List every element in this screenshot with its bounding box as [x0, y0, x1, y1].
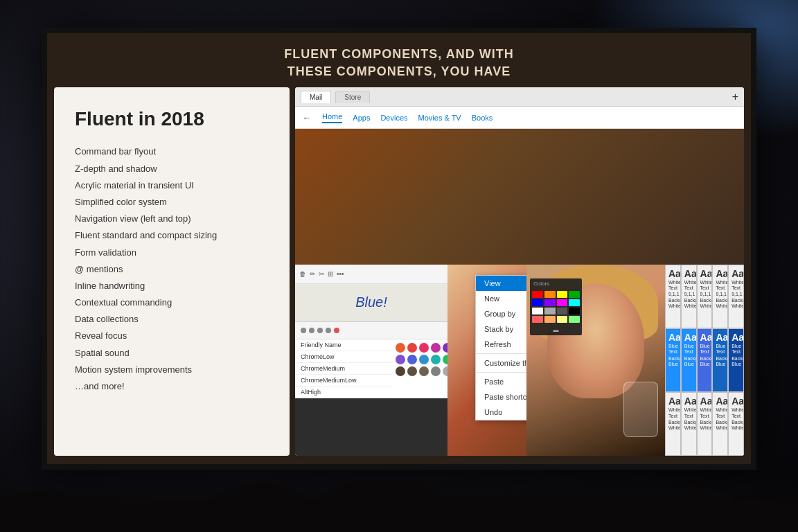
- swatch: [544, 308, 556, 314]
- color-name-row: Friendly Name: [295, 339, 392, 351]
- slide-header: FLUENT COMPONENTS, AND WITH THESE COMPON…: [47, 33, 751, 87]
- nav-apps[interactable]: Apps: [353, 114, 370, 122]
- color-swatches: [530, 289, 582, 325]
- color-names-list: Friendly Name ChromeLow ChromeMedium Chr…: [295, 339, 392, 398]
- typo-cell: Aa White Text 9,1,1 Background: White: [728, 265, 744, 328]
- photo-area: Colors: [526, 265, 665, 456]
- right-panel: Mail Store + ← Home Apps Devices Movies …: [295, 87, 744, 456]
- typo-cell-blue: Aa Blue Text Background: Blue: [665, 328, 681, 392]
- typo-cell: Aa White Text Background: White: [712, 392, 728, 456]
- circle: [431, 355, 441, 364]
- audience-person: [312, 480, 450, 532]
- add-tab-button[interactable]: +: [732, 91, 738, 103]
- list-item-inline-handwriting: Inline handwriting: [75, 280, 269, 292]
- list-item: Navigation view (left and top): [75, 213, 269, 225]
- toolbar-icon-edit: ✏: [310, 270, 315, 278]
- nav-movies[interactable]: Movies & TV: [418, 114, 461, 122]
- typo-cell: Aa White Text Background: White: [728, 392, 744, 456]
- dot3: [317, 328, 323, 333]
- browser-body: [295, 129, 744, 264]
- list-item: @ mentions: [75, 263, 269, 276]
- color-palette-area: 🗑 ✏ ✂ ⊞ ••• Blue!: [295, 265, 447, 456]
- color-panel-label: Colors: [530, 278, 582, 289]
- typo-cell: Aa White Text 9,1,1 Background: White: [681, 265, 697, 328]
- toolbar-icon-resize: ⊞: [328, 270, 333, 278]
- typo-cell: Aa White Text Background: White: [665, 392, 681, 456]
- header-line1: FLUENT COMPONENTS, AND WITH: [61, 46, 737, 63]
- mail-tab: Mail: [301, 91, 331, 103]
- swatch: [557, 291, 568, 298]
- list-item: Fluent standard and compact sizing: [75, 229, 269, 242]
- typo-cell: Aa White Text 9,1,1 Background: White: [697, 265, 713, 328]
- circle: [419, 355, 429, 364]
- swatch: [532, 291, 543, 298]
- swatch: [532, 316, 543, 323]
- circle: [443, 355, 447, 364]
- screen-content: FLUENT COMPONENTS, AND WITH THESE COMPON…: [47, 33, 751, 464]
- slide-body: Fluent in 2018 Command bar flyout Z-dept…: [47, 87, 751, 463]
- list-item: Reveal focus: [75, 330, 269, 342]
- list-item-data-collections: Data collections: [75, 313, 269, 326]
- circle: [407, 355, 417, 364]
- audience-area: [0, 477, 798, 532]
- typo-cell: Aa White Text 9,1,1 Background: White: [665, 265, 681, 328]
- context-menu-area: View › New › Group by ›: [447, 265, 526, 456]
- toolbar-icon-crop: ✂: [319, 270, 324, 278]
- blue-text-area: Blue!: [295, 284, 447, 322]
- list-item: Simplified color system: [75, 196, 269, 209]
- audience-person: [35, 497, 90, 532]
- circle: [419, 343, 429, 353]
- phone-overlay: [623, 382, 658, 437]
- browser-nav: ← Home Apps Devices Movies & TV Books: [295, 107, 744, 129]
- swatch: [569, 316, 580, 323]
- typo-cell-blue: Aa Blue Text Background: Blue: [681, 328, 697, 392]
- circle: [407, 366, 417, 376]
- toolbar-more: •••: [337, 270, 344, 278]
- dot4: [326, 328, 331, 333]
- circle: [443, 366, 447, 376]
- typography-grid: Aa White Text 9,1,1 Background: White Aa…: [665, 265, 744, 456]
- circle: [396, 355, 405, 364]
- swatch: [544, 316, 556, 323]
- color-circles-grid: [392, 339, 447, 380]
- dot1: [301, 328, 306, 333]
- swatch: [557, 308, 568, 314]
- slide-title: Fluent in 2018: [75, 108, 269, 130]
- back-button[interactable]: ←: [302, 112, 312, 123]
- projector-screen: FLUENT COMPONENTS, AND WITH THESE COMPON…: [42, 28, 756, 470]
- swatch: [569, 291, 580, 298]
- circle: [419, 366, 429, 376]
- left-panel: Fluent in 2018 Command bar flyout Z-dept…: [54, 87, 290, 456]
- color-circles-panel: [392, 339, 447, 398]
- store-tab: Store: [335, 91, 370, 103]
- header-line2: THESE COMPONENTS, YOU HAVE: [61, 63, 737, 80]
- browser-screenshot: Mail Store + ← Home Apps Devices Movies …: [295, 87, 744, 264]
- swatch: [544, 299, 556, 306]
- circle: [407, 343, 417, 353]
- mini-toolbar: 🗑 ✏ ✂ ⊞ •••: [295, 265, 447, 284]
- circle: [431, 343, 441, 353]
- color-panel-overlay: Colors: [530, 278, 582, 335]
- dot-row: [295, 322, 447, 339]
- list-item: Acrylic material in transient UI: [75, 179, 269, 192]
- dot5: [334, 328, 339, 333]
- blue-text: Blue!: [355, 294, 387, 310]
- swatch: [544, 291, 556, 298]
- color-name-row: ChromeMedium: [295, 363, 392, 375]
- typo-cell-blue4: Aa Blue Text Background: Blue: [728, 328, 744, 392]
- list-item: Motion system improvements: [75, 364, 269, 376]
- circle: [396, 343, 405, 353]
- browser-tab-bar: Mail Store +: [295, 87, 744, 107]
- nav-devices[interactable]: Devices: [380, 114, 407, 122]
- circle: [431, 366, 441, 376]
- nav-home[interactable]: Home: [322, 112, 342, 123]
- list-item: Command bar flyout: [75, 145, 269, 158]
- circle: [396, 366, 405, 376]
- typo-cell: Aa White Text Background: White: [697, 392, 713, 456]
- color-name-row: AltHigh: [295, 387, 392, 398]
- dot2: [309, 328, 314, 333]
- bar-indicator: ▬: [530, 325, 582, 335]
- nav-books[interactable]: Books: [472, 114, 493, 122]
- bottom-area: 🗑 ✏ ✂ ⊞ ••• Blue!: [295, 265, 744, 456]
- color-name-panel: Friendly Name ChromeLow ChromeMedium Chr…: [295, 339, 447, 398]
